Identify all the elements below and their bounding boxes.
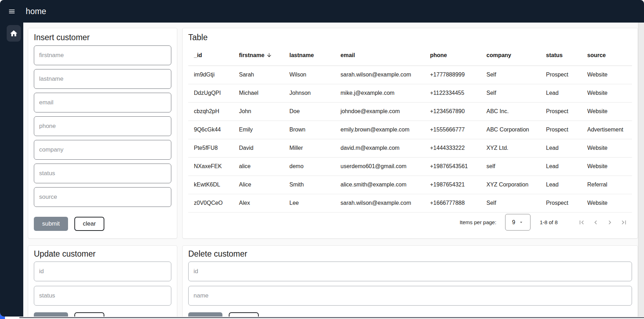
table-cell: +1987654321: [424, 176, 481, 194]
table-row: z0V0QCeOAlexLeesarah.wilson@example.com+…: [188, 194, 632, 212]
table-cell: z0V0QCeO: [188, 194, 233, 212]
table-cell: Brown: [284, 121, 335, 139]
table-cell: kEwtK6DL: [188, 176, 233, 194]
table-cell: Wilson: [284, 66, 335, 84]
insert-source-input[interactable]: [34, 187, 171, 207]
update-clear-button[interactable]: clear: [74, 312, 104, 317]
update-submit-button[interactable]: submit: [34, 312, 68, 317]
main-content: Insert customer submit clear Table: [23, 23, 638, 317]
table-cell: DdzUgQPI: [188, 84, 233, 102]
table-cell: Prospect: [540, 102, 582, 121]
insert-customer-card: Insert customer submit clear: [28, 28, 177, 239]
insert-status-input[interactable]: [34, 164, 171, 183]
menu-icon[interactable]: [8, 8, 16, 15]
update-status-input[interactable]: [34, 286, 171, 306]
table-cell: Prospect: [540, 121, 582, 139]
table-row: cbzqh2pHJohnDoejohndoe@example.com+12345…: [188, 102, 632, 121]
sidebar: [0, 23, 23, 317]
home-icon: [10, 29, 18, 38]
update-id-input[interactable]: [34, 262, 171, 281]
table-card-title: Table: [188, 33, 632, 42]
delete-name-input[interactable]: [188, 286, 632, 306]
delete-clear-button[interactable]: clear: [229, 312, 259, 317]
sidebar-item-home[interactable]: [7, 25, 21, 42]
table-cell: Alex: [233, 194, 284, 212]
table-cell: Website: [582, 194, 632, 212]
table-cell: im9dGtji: [188, 66, 233, 84]
column-header-lastname[interactable]: lastname: [284, 45, 335, 66]
delete-card-title: Delete customer: [188, 249, 632, 259]
delete-id-input[interactable]: [188, 262, 632, 281]
table-cell: Website: [582, 66, 632, 84]
next-page-button[interactable]: [603, 215, 617, 229]
table-cell: Doe: [284, 102, 335, 121]
insert-lastname-input[interactable]: [34, 69, 171, 89]
table-pagination: Items per page: 9 1-8 of 8: [188, 213, 632, 232]
column-header-phone[interactable]: phone: [424, 45, 481, 66]
delete-customer-card: Delete customer submit clear: [182, 245, 638, 317]
insert-clear-button[interactable]: clear: [74, 217, 104, 231]
insert-email-input[interactable]: [34, 93, 171, 112]
customers-table: _id firstname lastname email phone compa…: [188, 45, 632, 213]
insert-firstname-input[interactable]: [34, 45, 171, 65]
table-cell: +1122334455: [424, 84, 481, 102]
table-cell: +1777888999: [424, 66, 481, 84]
table-cell: David: [233, 139, 284, 157]
table-cell: Johnson: [284, 84, 335, 102]
column-header-company[interactable]: company: [481, 45, 540, 66]
table-cell: +1444333222: [424, 139, 481, 157]
table-cell: John: [233, 102, 284, 121]
table-cell: XYZ Ltd.: [481, 139, 540, 157]
first-page-button[interactable]: [575, 215, 589, 229]
window-bottom-edge: [19, 316, 644, 319]
table-row: im9dGtjiSarahWilsonsarah.wilson@example.…: [188, 66, 632, 84]
page-title: home: [26, 7, 46, 16]
table-cell: Pte5fFU8: [188, 139, 233, 157]
delete-submit-button[interactable]: submit: [188, 312, 222, 317]
table-cell: Prospect: [540, 66, 582, 84]
items-per-page-label: Items per page:: [460, 219, 496, 225]
insert-company-input[interactable]: [34, 140, 171, 160]
table-cell: ABC Inc.: [481, 102, 540, 121]
table-cell: Prospect: [540, 194, 582, 212]
table-cell: Sarah: [233, 66, 284, 84]
table-cell: Referral: [582, 176, 632, 194]
table-cell: self: [481, 157, 540, 176]
insert-submit-button[interactable]: submit: [34, 217, 68, 231]
table-cell: Miller: [284, 139, 335, 157]
table-cell: Website: [582, 84, 632, 102]
vertical-scrollbar[interactable]: [638, 23, 644, 317]
column-header-status[interactable]: status: [540, 45, 582, 66]
app-window: home Insert customer submit: [0, 0, 644, 317]
table-card: Table _id firstname lastname email phone: [182, 28, 638, 239]
column-header-email[interactable]: email: [335, 45, 424, 66]
table-cell: userdemo601@gmail.com: [335, 157, 424, 176]
table-cell: +19876543561: [424, 157, 481, 176]
table-cell: 9Q6cGk44: [188, 121, 233, 139]
dropdown-caret-icon: [519, 220, 524, 225]
table-cell: Emily: [233, 121, 284, 139]
table-cell: johndoe@example.com: [335, 102, 424, 121]
table-cell: sarah.wilson@example.com: [335, 66, 424, 84]
column-header-source[interactable]: source: [582, 45, 632, 66]
table-cell: +1555666777: [424, 121, 481, 139]
column-header-id[interactable]: _id: [188, 45, 233, 66]
table-cell: david.m@example.com: [335, 139, 424, 157]
table-row: 9Q6cGk44EmilyBrownemily.brown@example.co…: [188, 121, 632, 139]
table-cell: +1666777888: [424, 194, 481, 212]
sort-desc-icon: [266, 52, 272, 58]
previous-page-button[interactable]: [589, 215, 603, 229]
page-size-select[interactable]: 9: [505, 214, 530, 231]
column-header-firstname[interactable]: firstname: [233, 45, 284, 66]
table-cell: alice.smith@example.com: [335, 176, 424, 194]
update-customer-card: Update customer submit clear: [28, 245, 177, 317]
table-cell: Smith: [284, 176, 335, 194]
table-cell: NXaxeFEK: [188, 157, 233, 176]
insert-phone-input[interactable]: [34, 116, 171, 136]
table-cell: Lead: [540, 176, 582, 194]
table-cell: sarah.wilson@example.com: [335, 194, 424, 212]
table-cell: XYZ Corporation: [481, 176, 540, 194]
last-page-button[interactable]: [617, 215, 631, 229]
app-bar: home: [0, 0, 644, 23]
table-header-row: _id firstname lastname email phone compa…: [188, 45, 632, 66]
